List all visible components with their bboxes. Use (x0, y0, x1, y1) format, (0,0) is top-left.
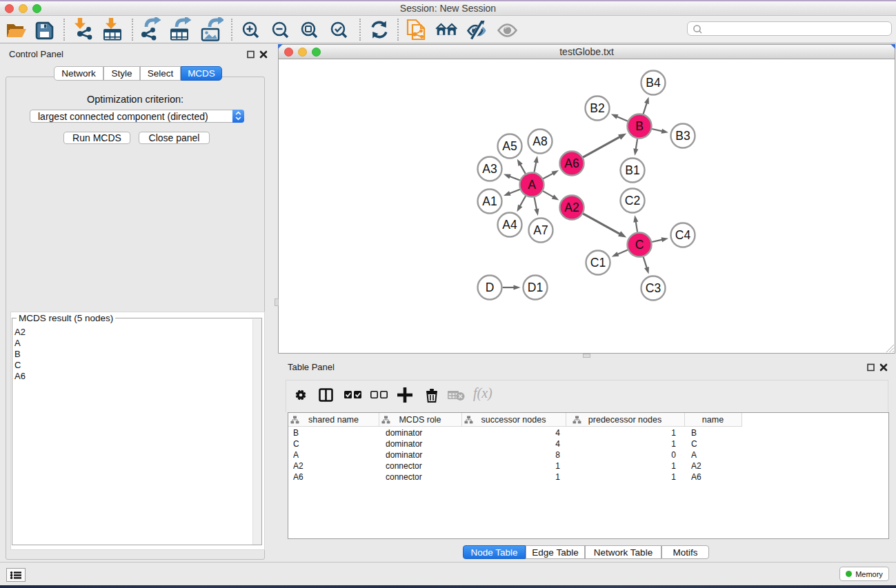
svg-text:A3: A3 (482, 162, 497, 176)
svg-text:A8: A8 (532, 134, 547, 148)
svg-text:A: A (528, 178, 536, 192)
svg-text:C1: C1 (590, 256, 606, 270)
svg-text:C3: C3 (646, 281, 661, 295)
svg-text:B2: B2 (590, 101, 604, 115)
svg-text:C2: C2 (625, 194, 640, 207)
svg-text:A1: A1 (482, 194, 497, 208)
svg-text:A5: A5 (502, 139, 517, 153)
svg-text:A7: A7 (533, 223, 548, 237)
svg-text:C4: C4 (675, 228, 691, 242)
svg-text:D1: D1 (528, 281, 543, 294)
svg-text:D: D (486, 281, 495, 294)
svg-text:A2: A2 (564, 201, 579, 214)
svg-text:B: B (635, 119, 644, 133)
svg-text:A4: A4 (502, 218, 517, 232)
svg-text:A6: A6 (564, 156, 579, 170)
svg-text:C: C (635, 238, 644, 252)
svg-text:B4: B4 (646, 76, 661, 90)
svg-text:B1: B1 (625, 163, 639, 177)
svg-text:B3: B3 (675, 129, 690, 143)
